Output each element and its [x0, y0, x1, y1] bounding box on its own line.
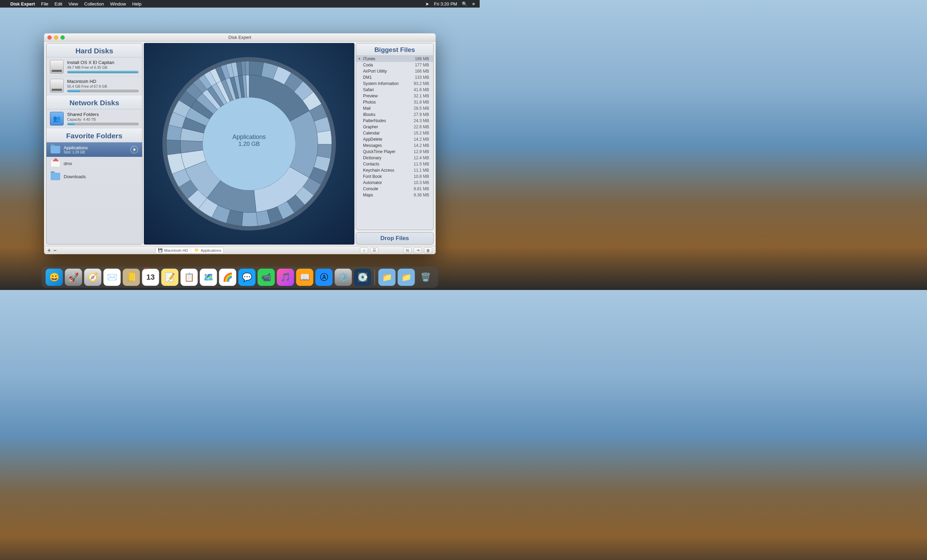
chart-subslice[interactable] [317, 144, 332, 158]
window-title: Disk Expert [44, 35, 436, 40]
file-row[interactable]: Calendar 15.2 MB [356, 130, 433, 136]
breadcrumb[interactable]: 💾 Macintosh HD 〉 📁 Applications [155, 247, 223, 253]
spotlight-icon[interactable]: 🔍 [462, 2, 467, 6]
menubar-clock[interactable]: Fri 3:20 PM [434, 2, 457, 6]
dock-ibooks-icon[interactable]: 📖 [296, 269, 313, 286]
file-row[interactable]: iBooks 27.9 MB [356, 111, 433, 118]
list-button[interactable]: ☰ [370, 247, 378, 253]
biggest-files-panel: Biggest Files iTunes 186 MB Coda 177 MB … [356, 43, 433, 230]
menu-window[interactable]: Window [110, 2, 126, 6]
file-row[interactable]: Keychain Access 11.1 MB [356, 167, 433, 173]
dock-mail-icon[interactable]: ✉️ [103, 269, 121, 286]
network-disk-item[interactable]: 👥 Shared Folders Capacity: 4.40 TB [46, 109, 142, 128]
dock-itunes-icon[interactable]: 🎵 [277, 269, 294, 286]
file-row[interactable]: Coda 177 MB [356, 62, 433, 68]
file-size: 10.3 MB [413, 180, 429, 185]
file-size: 133 MB [415, 75, 429, 80]
menu-help[interactable]: Help [132, 2, 141, 6]
file-name: Maps [363, 193, 373, 197]
file-size: 8.36 MB [413, 193, 429, 197]
right-panel: Biggest Files iTunes 186 MB Coda 177 MB … [356, 43, 433, 244]
chart-subslice[interactable] [249, 61, 264, 76]
file-row[interactable]: DM1 133 MB [356, 74, 433, 80]
export-button[interactable]: ⇥ [413, 247, 422, 253]
window-titlebar[interactable]: Disk Expert [44, 33, 436, 42]
trash-button[interactable]: 🗑 [424, 247, 432, 253]
menu-file[interactable]: File [41, 2, 49, 6]
file-row[interactable]: Font Book 10.8 MB [356, 173, 433, 179]
chart-subslice[interactable] [167, 140, 181, 155]
file-size: 93.2 MB [413, 81, 429, 86]
menu-collection[interactable]: Collection [84, 2, 104, 6]
file-size: 15.2 MB [413, 131, 429, 135]
toolbar-remove-button[interactable]: – [53, 247, 56, 253]
hard-disk-item[interactable]: Macintosh HD 55.4 GB Free of 67.9 GB [46, 76, 142, 95]
hard-disk-item[interactable]: Install OS X El Capitan 49.7 MB Free of … [46, 58, 142, 76]
dock-diskexpert-icon[interactable]: 💽 [354, 269, 371, 286]
menubar-list-icon[interactable]: ≡ [472, 2, 475, 6]
file-row[interactable]: Dictionary 12.4 MB [356, 155, 433, 161]
dock-contacts-icon[interactable]: 📒 [123, 269, 140, 286]
scan-button[interactable] [131, 146, 138, 153]
chart-subslice[interactable] [242, 212, 258, 226]
file-row[interactable]: System Information 93.2 MB [356, 80, 433, 87]
menu-edit[interactable]: Edit [55, 2, 62, 6]
file-row[interactable]: Grapher 22.6 MB [356, 124, 433, 130]
dock-apps-folder-icon[interactable]: 📁 [378, 269, 396, 286]
dock-finder-icon[interactable]: 😀 [46, 269, 63, 286]
dock-photos-icon[interactable]: 🌈 [219, 269, 236, 286]
dock-facetime-icon[interactable]: 📹 [258, 269, 275, 286]
dock-messages-icon[interactable]: 💬 [239, 269, 256, 286]
dock-notes-icon[interactable]: 📝 [161, 269, 179, 286]
dock-appstore-icon[interactable]: Ⓐ [316, 269, 333, 286]
favorite-folder-item[interactable]: dmx [46, 157, 142, 170]
chevron-right-icon: 〉 [189, 248, 193, 253]
file-row[interactable]: AppDelete 14.2 MB [356, 136, 433, 143]
info-button[interactable]: i [360, 247, 368, 253]
file-row[interactable]: Contacts 11.5 MB [356, 161, 433, 167]
biggest-files-list[interactable]: iTunes 186 MB Coda 177 MB AirPort Utilit… [356, 56, 433, 230]
drop-files-area[interactable]: Drop Files [356, 232, 433, 244]
file-name: Messages [363, 143, 382, 148]
favorite-folder-item[interactable]: Downloads [46, 170, 142, 183]
file-row[interactable]: Console 8.81 MB [356, 186, 433, 192]
favorite-folder-item[interactable]: Applications Size: 1.20 GB [46, 143, 142, 157]
toolbar-add-button[interactable]: + [47, 247, 50, 253]
dock-reminders-icon[interactable]: 📋 [181, 269, 198, 286]
file-row[interactable]: Automator 10.3 MB [356, 179, 433, 186]
dock-launchpad-icon[interactable]: 🚀 [65, 269, 82, 286]
dock-calendar-icon[interactable]: OCT13 [142, 269, 159, 286]
file-row[interactable]: Preview 32.1 MB [356, 93, 433, 99]
file-row[interactable]: QuickTime Player 12.9 MB [356, 149, 433, 155]
dock-safari-icon[interactable]: 🧭 [84, 269, 102, 286]
file-row[interactable]: PatterNodes 24.3 MB [356, 118, 433, 124]
chart-subslice[interactable] [317, 131, 332, 144]
file-row[interactable]: Messages 14.2 MB [356, 143, 433, 149]
note-button[interactable]: N [403, 247, 412, 253]
dock-preferences-icon[interactable]: ⚙️ [335, 269, 352, 286]
dock-trash-icon[interactable]: 🗑️ [417, 269, 434, 286]
dock-downloads-folder-icon[interactable]: 📁 [398, 269, 415, 286]
breadcrumb-folder[interactable]: Applications [201, 248, 221, 252]
network-disks-header: Network Disks [46, 95, 142, 109]
file-row[interactable]: Maps 8.36 MB [356, 192, 433, 198]
dock-maps-icon[interactable]: 🗺️ [200, 269, 217, 286]
file-row[interactable]: iTunes 186 MB [356, 56, 433, 62]
menubar-teleport-icon[interactable]: ➤ [425, 2, 429, 6]
file-row[interactable]: Safari 41.6 MB [356, 87, 433, 93]
breadcrumb-disk[interactable]: Macintosh HD [164, 248, 188, 252]
chart-center-size: 1.20 GB [232, 140, 266, 147]
file-name: Calendar [363, 131, 380, 135]
file-row[interactable]: AirPort Utility 166 MB [356, 68, 433, 74]
file-row[interactable]: Photos 31.8 MB [356, 99, 433, 105]
menu-view[interactable]: View [68, 2, 78, 6]
chart-subslice[interactable] [245, 61, 249, 75]
file-size: 12.4 MB [413, 155, 429, 160]
network-share-icon: 👥 [50, 112, 64, 126]
disk-capacity-label: Capacity: 4.40 TB [67, 117, 139, 121]
file-row[interactable]: Mail 28.5 MB [356, 105, 433, 111]
sunburst-chart[interactable]: Applications 1.20 GB [160, 55, 339, 233]
folder-icon: 📁 [195, 248, 199, 252]
menubar-app-name[interactable]: Disk Expert [10, 2, 35, 6]
file-size: 14.2 MB [413, 137, 429, 142]
